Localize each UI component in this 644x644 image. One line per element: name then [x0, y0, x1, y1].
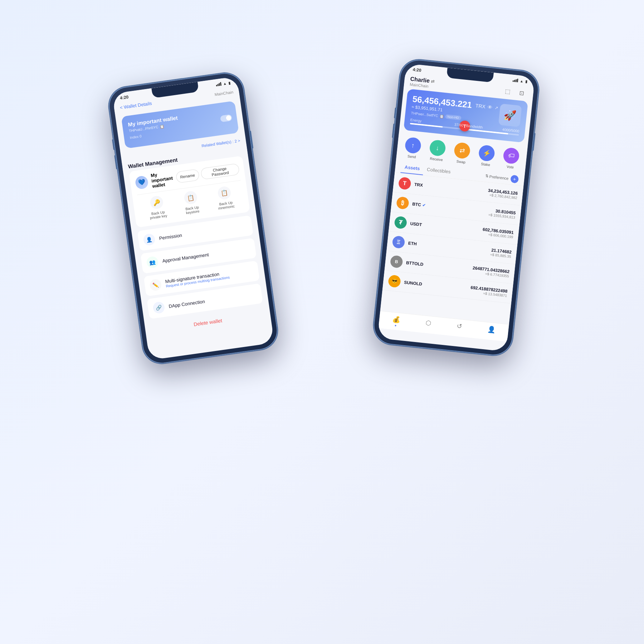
nav-assets-icon: 💰: [392, 315, 400, 324]
nav-assets[interactable]: 💰: [391, 315, 400, 327]
btc-icon: ₿: [396, 196, 409, 210]
right-status-icons: ▲ ▮: [513, 78, 528, 83]
trx-name: TRX: [414, 182, 423, 187]
add-asset-button[interactable]: +: [510, 175, 519, 183]
dapp-icon: 🔗: [152, 301, 165, 314]
eth-name: ETH: [408, 241, 417, 247]
bttold-name: BTTOLD: [406, 260, 424, 267]
backup-mnemonic[interactable]: 📋 Back Up mnemonic: [215, 185, 235, 210]
sunold-name: SUNOLD: [404, 280, 423, 287]
right-time: 4:20: [413, 67, 421, 73]
right-battery-icon: ▮: [525, 79, 527, 84]
left-time: 4:20: [119, 94, 129, 101]
multisig-icon: ✏️: [149, 278, 162, 291]
stake-button[interactable]: ⚡ Stake: [478, 145, 496, 167]
rename-button[interactable]: Rename: [176, 169, 200, 183]
backup-keystore[interactable]: 📋 Back Up keystore: [183, 190, 200, 215]
scan-icon[interactable]: ⊡: [516, 87, 528, 99]
nav-history-icon: ↺: [457, 322, 463, 330]
header-actions: ⬚ ⊡: [501, 85, 528, 99]
left-status-icons: ▲ ▮: [216, 80, 231, 87]
vote-icon: 🏷: [503, 147, 520, 164]
usdt-icon: ₮: [394, 216, 407, 229]
back-button[interactable]: < Wallet Details: [119, 101, 152, 110]
backup-mnemonic-icon: 📋: [217, 186, 232, 200]
wallet-mgmt-name: My important wallet: [150, 170, 174, 189]
sunold-icon: 😎: [388, 274, 401, 288]
transfer-icon[interactable]: ⬚: [501, 85, 514, 98]
change-password-button[interactable]: Change Password: [200, 163, 240, 180]
wifi-icon: ▲: [223, 81, 227, 86]
nav-profile-icon: 👤: [487, 325, 496, 334]
left-phone: 4:20 ▲ ▮ < Wallet Details: [107, 70, 280, 366]
send-icon: ↑: [404, 137, 421, 154]
tab-assets[interactable]: Assets: [400, 161, 424, 175]
user-name-icon: ⇄: [431, 79, 435, 84]
approval-label: Approval Management: [162, 252, 209, 264]
btc-name: BTC ✔: [412, 201, 426, 208]
right-phone-screen: 4:20 ▲ ▮: [377, 63, 535, 352]
receive-button[interactable]: ↓ Receive: [428, 139, 446, 162]
nav-profile[interactable]: 👤: [487, 325, 496, 337]
nav-collections-icon: ⬡: [425, 319, 431, 327]
permission-label: Permission: [159, 232, 182, 241]
approval-icon: 👥: [146, 256, 159, 269]
left-phone-screen: 4:20 ▲ ▮ < Wallet Details: [112, 76, 274, 360]
backup-key-icon: 🔑: [149, 195, 164, 210]
dapp-label: DApp Connection: [169, 298, 205, 309]
eth-icon: Ξ: [392, 235, 405, 249]
balance-symbol: TRX: [475, 103, 486, 109]
nav-collections[interactable]: ⬡: [425, 319, 432, 330]
chain-label: MainChain: [214, 90, 234, 97]
usdt-name: USDT: [410, 221, 422, 227]
right-phone: 4:20 ▲ ▮: [372, 58, 540, 357]
wallet-avatar: 💙: [135, 175, 149, 190]
visibility-icon[interactable]: 👁: [487, 104, 493, 110]
nav-history[interactable]: ↺: [456, 322, 463, 333]
wallet-toggle[interactable]: [220, 114, 232, 122]
assets-list: T TRX 34,234,453.126 ≈$ 2,760,842,982 ₿: [380, 173, 524, 325]
stake-icon: ⚡: [478, 145, 495, 162]
backup-keystore-icon: 📋: [184, 190, 198, 205]
expand-icon[interactable]: ↗: [494, 105, 498, 111]
battery-icon: ▮: [228, 80, 231, 85]
vote-button[interactable]: 🏷 Vote: [502, 147, 520, 170]
backup-private-key[interactable]: 🔑 Back Up private key: [147, 195, 167, 220]
send-button[interactable]: ↑ Send: [404, 137, 421, 159]
balance-decoration: 🚀: [498, 103, 522, 127]
preference-button[interactable]: ⇅ Preference: [485, 174, 509, 181]
permission-icon: 👤: [143, 233, 156, 246]
receive-icon: ↓: [429, 139, 446, 156]
bttold-icon: B: [390, 255, 403, 268]
swap-icon: ⇄: [454, 142, 471, 159]
right-wifi-icon: ▲: [520, 79, 524, 83]
swap-button[interactable]: ⇄ Swap: [453, 142, 471, 165]
trx-icon: T: [398, 177, 411, 190]
